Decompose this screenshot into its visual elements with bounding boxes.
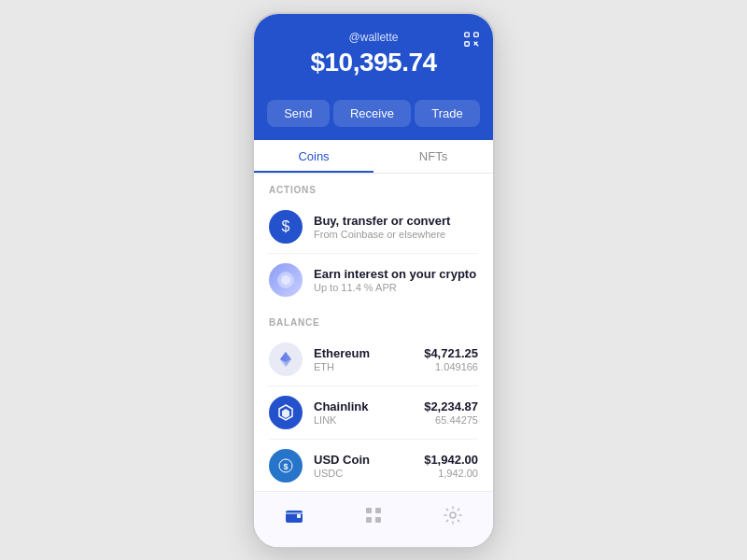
action-buy-subtitle: From Coinbase or elsewhere <box>314 229 478 240</box>
balance-item-eth[interactable]: Ethereum ETH $4,721.25 1.049166 <box>254 333 493 385</box>
svg-text:$: $ <box>283 462 288 471</box>
link-symbol: LINK <box>314 414 424 426</box>
svg-marker-10 <box>280 352 286 362</box>
actions-section-label: ACTIONS <box>254 174 493 201</box>
balance-section-label: BALANCE <box>254 306 493 333</box>
svg-point-22 <box>450 512 456 518</box>
link-usd: $2,234.87 <box>424 399 478 413</box>
nav-settings[interactable] <box>428 501 478 534</box>
link-name: Chainlink <box>314 399 424 413</box>
svg-marker-12 <box>282 409 289 418</box>
action-earn-subtitle: Up to 11.4 % APR <box>314 282 478 293</box>
nav-wallet[interactable] <box>269 501 319 534</box>
link-icon <box>269 396 303 429</box>
action-buy-text: Buy, transfer or convert From Coinbase o… <box>314 214 478 240</box>
action-earn-title: Earn interest on your crypto <box>314 267 478 281</box>
trade-button[interactable]: Trade <box>415 100 479 127</box>
svg-rect-0 <box>465 32 470 36</box>
usdc-amount: $1,942.00 1,942.00 <box>424 453 478 479</box>
balance-item-link[interactable]: Chainlink LINK $2,234.87 65.44275 <box>254 386 493 439</box>
buy-icon: $ <box>269 210 303 244</box>
action-buttons-bar: Send Receive Trade <box>254 92 493 140</box>
settings-icon <box>443 505 463 530</box>
usdc-usd: $1,942.00 <box>424 453 478 467</box>
tab-bar: Coins NFTs <box>254 140 493 174</box>
grid-icon <box>363 505 384 530</box>
eth-name: Ethereum <box>314 346 424 360</box>
usdc-symbol: USDC <box>314 468 424 479</box>
receive-button[interactable]: Receive <box>333 100 411 127</box>
balance: $10,395.74 <box>269 48 478 77</box>
earn-icon <box>269 263 303 297</box>
svg-rect-20 <box>366 517 372 523</box>
usdc-text: USD Coin USDC <box>314 453 424 479</box>
svg-rect-18 <box>366 508 372 513</box>
usdc-name: USD Coin <box>314 453 424 467</box>
eth-usd: $4,721.25 <box>424 346 478 360</box>
usdc-qty: 1,942.00 <box>424 468 478 479</box>
eth-qty: 1.049166 <box>424 361 478 372</box>
scan-icon[interactable] <box>463 31 480 52</box>
send-button[interactable]: Send <box>267 100 329 127</box>
svg-rect-19 <box>375 508 381 513</box>
eth-text: Ethereum ETH <box>314 346 424 372</box>
action-earn-text: Earn interest on your crypto Up to 11.4 … <box>314 267 478 293</box>
header: @wallette $10,395.74 <box>254 14 493 92</box>
phone-frame: @wallette $10,395.74 Send Receive Trade … <box>252 12 495 549</box>
bottom-nav <box>254 491 493 547</box>
nav-grid[interactable] <box>348 501 399 534</box>
eth-symbol: ETH <box>314 361 424 372</box>
action-item-earn[interactable]: Earn interest on your crypto Up to 11.4 … <box>254 254 493 306</box>
eth-icon <box>269 343 303 376</box>
svg-rect-2 <box>465 41 470 46</box>
link-amount: $2,234.87 65.44275 <box>424 399 478 426</box>
svg-point-6 <box>281 275 290 285</box>
tab-nfts[interactable]: NFTs <box>374 140 493 173</box>
main-content: ACTIONS $ Buy, transfer or convert From … <box>254 174 493 491</box>
action-buy-title: Buy, transfer or convert <box>314 214 478 228</box>
balance-item-usdc[interactable]: $ USD Coin USDC $1,942.00 1,942.00 <box>254 440 493 491</box>
svg-rect-17 <box>297 514 301 518</box>
usdc-icon: $ <box>269 449 303 483</box>
link-text: Chainlink LINK <box>314 399 424 426</box>
wallet-icon <box>284 505 304 530</box>
tab-coins[interactable]: Coins <box>254 140 374 173</box>
username: @wallette <box>269 31 478 44</box>
eth-amount: $4,721.25 1.049166 <box>424 346 478 372</box>
svg-rect-1 <box>474 32 479 36</box>
action-item-buy[interactable]: $ Buy, transfer or convert From Coinbase… <box>254 201 493 253</box>
svg-rect-21 <box>375 517 381 523</box>
link-qty: 65.44275 <box>424 414 478 426</box>
